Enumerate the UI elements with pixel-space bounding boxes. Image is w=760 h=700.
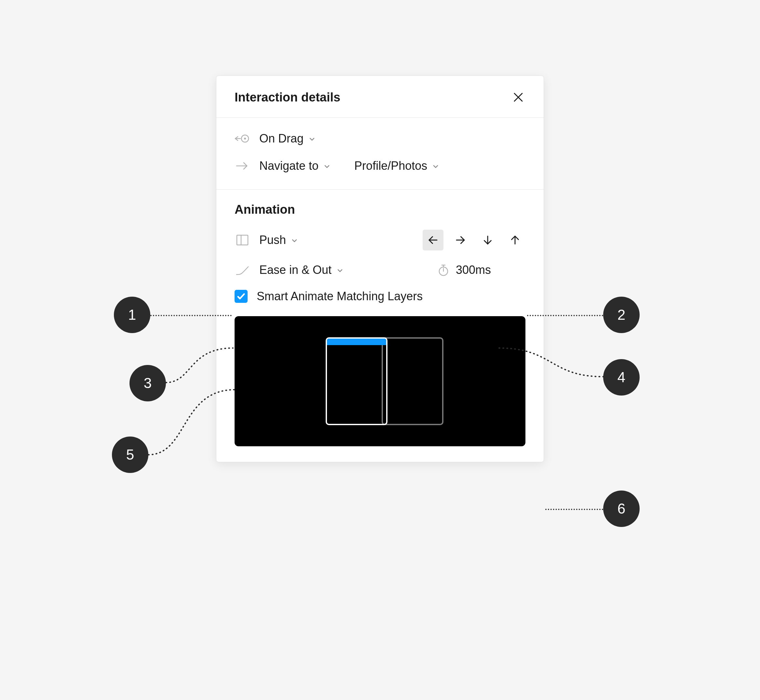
callout-number: 5 — [126, 447, 134, 463]
animation-preview — [235, 316, 525, 446]
stopwatch-icon — [438, 264, 449, 277]
panel-header: Interaction details — [216, 76, 544, 117]
callout-line — [150, 315, 231, 316]
callout-badge-2: 2 — [603, 297, 640, 333]
action-label: Navigate to — [259, 159, 319, 173]
direction-group — [422, 230, 525, 250]
chevron-down-icon — [432, 162, 439, 170]
callout-badge-5: 5 — [112, 436, 149, 473]
arrow-right-icon — [455, 234, 466, 246]
chevron-down-icon — [336, 267, 344, 275]
push-icon — [235, 232, 250, 248]
callout-badge-1: 1 — [114, 297, 150, 333]
check-icon — [236, 292, 246, 301]
svg-point-4 — [244, 138, 246, 139]
duration-field[interactable]: 300ms — [438, 263, 491, 277]
close-icon — [513, 91, 524, 103]
drag-icon — [235, 131, 250, 146]
callout-line — [545, 509, 603, 510]
chevron-down-icon — [323, 162, 331, 170]
animation-type-label: Push — [259, 233, 286, 247]
direction-left-button[interactable] — [422, 230, 443, 250]
easing-curve-icon — [235, 262, 250, 278]
arrow-down-icon — [482, 234, 494, 246]
easing-label: Ease in & Out — [259, 263, 332, 277]
action-row: Navigate to Profile/Photos — [235, 158, 525, 174]
trigger-row: On Drag — [235, 131, 525, 146]
arrow-up-icon — [509, 234, 521, 246]
animation-heading: Animation — [235, 203, 525, 217]
chevron-down-icon — [291, 237, 298, 245]
duration-value: 300ms — [456, 263, 491, 277]
callout-badge-6: 6 — [603, 491, 640, 527]
animation-type-row: Push — [235, 230, 525, 250]
smart-animate-checkbox-row[interactable]: Smart Animate Matching Layers — [235, 289, 525, 303]
svg-rect-6 — [237, 235, 248, 245]
preview-frame-back — [382, 338, 443, 425]
callout-number: 6 — [618, 501, 625, 517]
smart-animate-checkbox[interactable] — [235, 290, 247, 303]
chevron-down-icon — [308, 135, 316, 143]
callout-number: 3 — [144, 375, 152, 391]
trigger-dropdown[interactable]: On Drag — [259, 132, 316, 145]
preview-frame-front-header — [327, 339, 386, 345]
direction-right-button[interactable] — [450, 230, 471, 250]
animation-type-dropdown[interactable]: Push — [259, 233, 298, 247]
easing-duration-row: Ease in & Out 300ms — [235, 262, 525, 278]
direction-up-button[interactable] — [505, 230, 525, 250]
callout-number: 1 — [128, 307, 136, 323]
trigger-action-section: On Drag Navigate to Profile/Photo — [216, 118, 544, 189]
arrow-left-icon — [427, 234, 439, 246]
easing-dropdown[interactable]: Ease in & Out — [259, 263, 344, 277]
action-dropdown[interactable]: Navigate to — [259, 159, 331, 173]
callout-number: 4 — [618, 369, 625, 386]
callout-line — [527, 315, 603, 316]
target-label: Profile/Photos — [354, 159, 427, 173]
panel-title: Interaction details — [235, 91, 340, 105]
target-dropdown[interactable]: Profile/Photos — [354, 159, 439, 173]
animation-section: Animation Push — [216, 190, 544, 462]
close-button[interactable] — [511, 90, 525, 105]
trigger-label: On Drag — [259, 132, 303, 145]
callout-line — [498, 347, 608, 386]
interaction-details-panel: Interaction details On Drag — [216, 75, 544, 462]
smart-animate-label: Smart Animate Matching Layers — [257, 289, 422, 303]
preview-frame-front — [326, 338, 388, 425]
direction-down-button[interactable] — [477, 230, 498, 250]
arrow-right-icon — [235, 158, 250, 174]
callout-badge-3: 3 — [130, 365, 166, 402]
callout-badge-4: 4 — [603, 359, 640, 395]
callout-number: 2 — [618, 307, 625, 323]
